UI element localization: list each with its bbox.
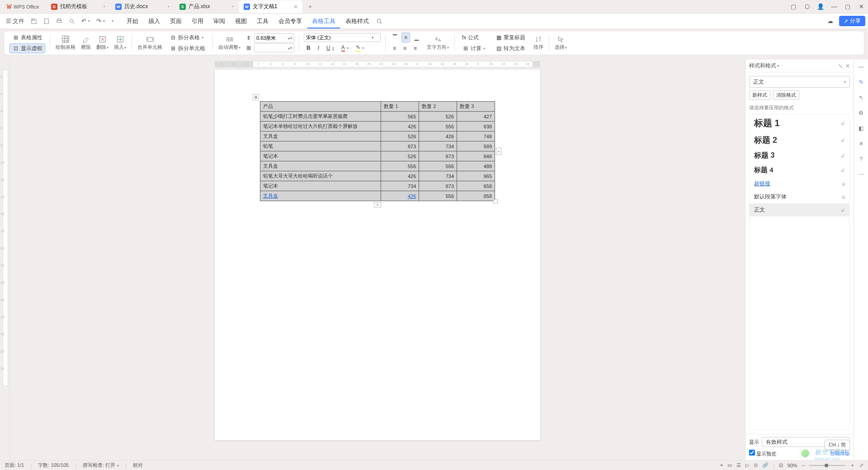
table-header[interactable]: 数量 2 xyxy=(419,102,457,112)
style-list-item[interactable]: 正文↲ xyxy=(750,203,849,216)
help-icon[interactable]: ? xyxy=(857,155,866,164)
table-cell[interactable]: 426 xyxy=(381,122,419,132)
menu-search-icon[interactable] xyxy=(373,15,385,28)
table-cell[interactable]: 426 xyxy=(419,132,457,141)
align-right-button[interactable]: ≡ xyxy=(411,43,420,53)
table-row[interactable]: 笔记本734873658 xyxy=(260,181,495,191)
web-layout-icon[interactable]: ▷ xyxy=(745,462,749,468)
reading-layout-icon[interactable]: ⌖ xyxy=(720,462,723,468)
table-cell[interactable]: 556 xyxy=(419,122,457,132)
shapes-icon[interactable]: ◧ xyxy=(857,124,866,133)
document-tab[interactable]: S产品.xlsx• xyxy=(175,0,238,13)
table-header[interactable]: 数量 3 xyxy=(457,102,495,112)
table-cell[interactable]: 734 xyxy=(419,171,457,181)
menu-item[interactable]: 页面 xyxy=(165,14,186,28)
style-list-item[interactable]: 标题 3↲ xyxy=(750,148,849,163)
table-row[interactable]: 文具盒426556858 xyxy=(260,191,495,201)
new-style-button[interactable]: 新样式 xyxy=(749,90,770,100)
more-quick-button[interactable]: ▾ xyxy=(108,15,117,28)
table-cell[interactable]: 铅笔少哦打工时费点击爱苹果家居服爬 xyxy=(260,112,381,122)
status-proof[interactable]: 校对 xyxy=(133,462,143,469)
add-column-button[interactable]: ＋ xyxy=(496,148,501,155)
table-move-handle[interactable]: ✥ xyxy=(253,94,259,100)
table-resize-handle[interactable] xyxy=(493,199,498,204)
row-height-input[interactable]: ▴▾ xyxy=(254,33,294,42)
table-cell[interactable]: 488 xyxy=(457,161,495,171)
table-cell[interactable]: 文具盒 xyxy=(260,161,381,171)
table-cell[interactable]: 427 xyxy=(457,112,495,122)
close-button[interactable]: ✕ xyxy=(857,3,865,10)
table-header[interactable]: 数量 1 xyxy=(381,102,419,112)
cloud-icon[interactable]: ☁ xyxy=(824,15,836,28)
col-width-input[interactable]: ▴▾ xyxy=(254,43,294,52)
table-cell[interactable]: 873 xyxy=(419,151,457,161)
align-middle-button[interactable]: ≡ xyxy=(401,33,410,42)
draw-table-button[interactable]: 绘制表格 xyxy=(53,33,78,53)
pin-icon[interactable]: ⤡ xyxy=(838,63,843,69)
calculate-dropdown[interactable]: ⊞计算▾ xyxy=(459,43,488,53)
print-icon[interactable] xyxy=(53,15,66,28)
table-cell[interactable]: 556 xyxy=(419,191,457,201)
preview-icon[interactable] xyxy=(66,15,78,28)
style-list-item[interactable]: 默认段落字体a xyxy=(750,190,849,203)
table-header[interactable]: 产品 xyxy=(260,102,381,112)
hamburger-file-button[interactable]: ☰ 文件 xyxy=(3,15,28,28)
menu-item[interactable]: 表格工具 xyxy=(307,14,340,28)
document-tab[interactable]: W文字文稿1✕ xyxy=(239,0,302,13)
table-cell[interactable]: 873 xyxy=(419,181,457,191)
erase-button[interactable]: 擦除 xyxy=(78,33,94,53)
repeat-header-button[interactable]: ▦重复标题 xyxy=(492,33,528,42)
table-cell[interactable]: 铅笔 xyxy=(260,141,381,151)
font-combo[interactable]: ▾ xyxy=(304,33,381,42)
clear-format-button[interactable]: 清除格式 xyxy=(773,90,799,100)
align-bottom-button[interactable]: ▁ xyxy=(412,33,421,42)
table-cell[interactable]: 873 xyxy=(381,141,419,151)
table-row[interactable]: 铅笔少哦打工时费点击爱苹果家居服爬565526427 xyxy=(260,112,495,122)
table-cell[interactable]: 526 xyxy=(381,151,419,161)
smart-layout-link[interactable]: 智能排版 xyxy=(830,450,850,457)
align-top-button[interactable]: ▔ xyxy=(390,33,400,42)
expand-icon[interactable]: ⤢ xyxy=(859,462,863,468)
maximize-button[interactable]: ▢ xyxy=(844,3,852,10)
cursor-icon[interactable]: ↖ xyxy=(857,93,866,102)
align-center-button[interactable]: ≡ xyxy=(401,43,409,53)
menu-item[interactable]: 表格样式 xyxy=(341,14,373,28)
status-zoom[interactable]: 90% xyxy=(788,463,797,468)
print-preview-icon[interactable] xyxy=(40,15,53,28)
sort-button[interactable]: 排序 xyxy=(531,33,546,53)
table-row[interactable]: 笔记本单独哈过哈过大片机打票截个屏解放426556838 xyxy=(260,122,495,132)
table-properties-button[interactable]: ⊞表格属性 xyxy=(9,33,45,42)
split-table-button[interactable]: ⊟拆分表格▾ xyxy=(167,33,208,42)
table-cell[interactable]: 848 xyxy=(457,151,495,161)
highlight-button[interactable]: ✎▾ xyxy=(353,43,367,53)
table-cell[interactable]: 526 xyxy=(419,112,457,122)
table-cell[interactable]: 笔记本 xyxy=(260,181,381,191)
redo-button[interactable]: ↷▾ xyxy=(93,15,108,28)
cube-icon[interactable]: ⬡ xyxy=(803,3,811,10)
italic-button[interactable]: I xyxy=(315,43,322,53)
bold-button[interactable]: B xyxy=(304,43,313,53)
add-tab-button[interactable]: ＋ xyxy=(303,3,317,11)
current-style-combo[interactable]: 正文▾ xyxy=(749,76,850,88)
table-cell[interactable]: 734 xyxy=(381,181,419,191)
table-cell[interactable]: 426 xyxy=(381,191,419,201)
link-icon[interactable]: 🔗 xyxy=(762,462,769,468)
settings-icon[interactable]: ⚙ xyxy=(857,108,866,118)
table-cell[interactable]: 526 xyxy=(381,132,419,141)
collapse-pane-icon[interactable]: — xyxy=(857,62,866,71)
zoom-in-button[interactable]: ＋ xyxy=(850,462,855,469)
table-cell[interactable]: 笔记本单独哈过哈过大片机打票截个屏解放 xyxy=(260,122,381,132)
canvas[interactable]: 6422468101214161820222426830323436840424… xyxy=(10,60,745,460)
select-dropdown[interactable]: 选择▾ xyxy=(552,33,570,53)
table-cell[interactable]: 556 xyxy=(381,161,419,171)
close-pane-icon[interactable]: ✕ xyxy=(845,63,850,69)
save-icon[interactable] xyxy=(28,15,40,28)
style-list-item[interactable]: 标题 2↲ xyxy=(750,132,849,148)
menu-item[interactable]: 插入 xyxy=(144,14,165,28)
underline-button[interactable]: U▾ xyxy=(324,43,337,53)
tools-icon[interactable]: ✕ xyxy=(857,139,866,148)
overlay-icon[interactable]: ▢ xyxy=(789,3,797,10)
minimize-button[interactable]: — xyxy=(830,3,838,10)
table-cell[interactable]: 965 xyxy=(457,171,495,181)
menu-item[interactable]: 工具 xyxy=(252,14,273,28)
